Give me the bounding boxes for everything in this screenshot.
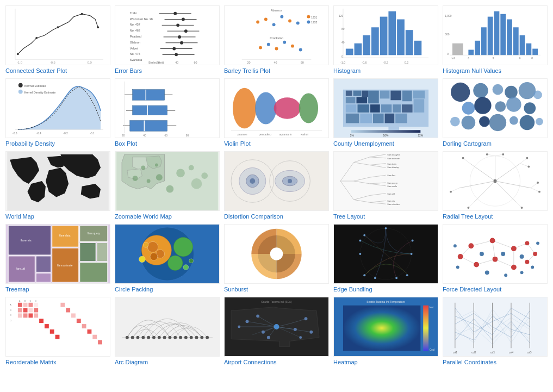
label-radial-tree[interactable]: Radial Tree Layout: [443, 213, 548, 220]
label-violin[interactable]: Violin Plot: [224, 140, 329, 147]
item-county-unemployment[interactable]: 2% 10% 22% County Unemployment: [333, 78, 438, 147]
label-treemap[interactable]: Treemap: [5, 286, 110, 293]
label-heatmap[interactable]: Heatmap: [333, 359, 438, 365]
thumb-heatmap: Seattle-Tacoma Intl Temperature: [333, 297, 438, 357]
svg-point-54: [259, 46, 262, 49]
svg-point-326: [511, 246, 517, 251]
item-reorderable-matrix[interactable]: A B C D A B C D Reorderable Matrix: [5, 297, 110, 365]
svg-point-260: [486, 153, 488, 155]
label-sunburst[interactable]: Sunburst: [224, 286, 329, 293]
svg-rect-155: [346, 104, 357, 113]
svg-point-210: [288, 179, 292, 183]
item-radial-tree[interactable]: Radial Tree Layout: [443, 151, 548, 220]
label-airport-connections[interactable]: Airport Connections: [224, 359, 329, 365]
item-arc-diagram[interactable]: Arc Diagram: [115, 297, 220, 365]
label-county-unemployment[interactable]: County Unemployment: [333, 140, 438, 147]
item-dorling[interactable]: Dorling Cartogram: [443, 78, 548, 147]
svg-text:pearson: pearson: [238, 133, 247, 136]
item-force-directed[interactable]: Force Directed Layout: [443, 224, 548, 293]
svg-text:Kernel Density Estimate: Kernel Density Estimate: [24, 91, 56, 94]
item-treemap[interactable]: flare.vis flare.util flare.data flare.an…: [5, 224, 110, 293]
svg-rect-413: [444, 297, 546, 356]
item-connected-scatter[interactable]: -1.0 -0.5 0.0 Connected Scatter Plot: [5, 5, 110, 74]
svg-rect-278: [80, 242, 96, 261]
label-prob-density[interactable]: Probability Density: [5, 140, 110, 147]
item-prob-density[interactable]: Normal Estimate Kernel Density Estimate …: [5, 78, 110, 147]
label-distortion[interactable]: Distortion Comparison: [224, 213, 329, 220]
label-box-plot[interactable]: Box Plot: [115, 140, 220, 147]
svg-text:flare.analytics: flare.analytics: [387, 153, 400, 156]
label-error-bars[interactable]: Error Bars: [115, 67, 220, 74]
svg-point-339: [520, 271, 524, 274]
svg-text:pescadero: pescadero: [259, 133, 271, 136]
svg-point-24: [182, 18, 185, 21]
svg-rect-92: [507, 20, 512, 55]
label-circle-packing[interactable]: Circle Packing: [115, 286, 220, 293]
svg-text:Crookston: Crookston: [270, 36, 283, 40]
label-world-map[interactable]: World Map: [5, 213, 110, 220]
label-parallel-coordinates[interactable]: Parallel Coordinates: [443, 359, 548, 365]
item-sunburst[interactable]: Sunburst: [224, 224, 329, 293]
svg-text:aquamarin: aquamarin: [279, 133, 291, 136]
svg-text:120: 120: [339, 15, 343, 17]
svg-text:B: B: [24, 300, 26, 302]
svg-point-26: [176, 23, 179, 27]
svg-text:22%: 22%: [418, 134, 423, 137]
svg-text:20: 20: [122, 134, 125, 137]
label-histogram-null[interactable]: Histogram Null Values: [443, 67, 548, 74]
svg-point-1: [17, 53, 19, 55]
svg-rect-150: [368, 91, 379, 104]
label-dorling[interactable]: Dorling Cartogram: [443, 140, 548, 147]
label-barley-trellis[interactable]: Barley Trellis Plot: [224, 67, 329, 74]
label-zoomable-world[interactable]: Zoomable World Map: [115, 213, 220, 220]
item-zoomable-world[interactable]: Zoomable World Map: [115, 151, 220, 220]
item-error-bars[interactable]: Trebi Wisconsin No. 38 No. 457 No. 462 P…: [115, 5, 220, 74]
item-tree-layout[interactable]: flare.analytics flare.animate flare.data…: [333, 151, 438, 220]
svg-rect-93: [513, 27, 519, 55]
svg-rect-94: [520, 35, 525, 55]
svg-text:-0.5: -0.5: [50, 61, 56, 64]
label-connected-scatter[interactable]: Connected Scatter Plot: [5, 67, 110, 74]
svg-point-30: [178, 35, 181, 39]
label-histogram[interactable]: Histogram: [333, 67, 438, 74]
item-airport-connections[interactable]: Seattle-Tacoma Intl (SEA): [224, 297, 329, 365]
label-tree-layout[interactable]: Tree Layout: [333, 213, 438, 220]
item-parallel-coordinates[interactable]: col1 col2 col3 col4 col5 Parallel Coordi…: [443, 297, 548, 365]
svg-text:0: 0: [341, 55, 343, 58]
item-world-map[interactable]: World Map: [5, 151, 110, 220]
svg-point-109: [18, 90, 23, 94]
thumb-edge-bundling: [333, 224, 438, 284]
svg-text:Trebi: Trebi: [130, 11, 136, 15]
svg-text:flare.vis: flare.vis: [20, 239, 31, 242]
svg-rect-153: [402, 91, 412, 102]
svg-rect-355: [29, 313, 33, 318]
svg-point-179: [474, 97, 491, 114]
item-barley-trellis[interactable]: Absence 1931 1932 Crookston: [224, 5, 329, 74]
svg-text:flare.animate: flare.animate: [57, 264, 73, 267]
item-violin[interactable]: pearson pescadero aquamarin walnut Violi…: [224, 78, 329, 147]
svg-text:10%: 10%: [383, 134, 389, 137]
svg-text:walnut: walnut: [301, 133, 309, 136]
svg-rect-162: [346, 114, 359, 123]
svg-rect-148: [346, 97, 356, 103]
item-histogram-null[interactable]: null 0 3 6 8 0 600 1,000 Histogram Null …: [443, 5, 548, 74]
item-histogram[interactable]: -1.0 -0.6 -0.2 0.2 0 40 80 120 Histogram: [333, 5, 438, 74]
gallery: -1.0 -0.5 0.0 Connected Scatter Plot Tre…: [5, 5, 548, 365]
item-heatmap[interactable]: Seattle-Tacoma Intl Temperature: [333, 297, 438, 365]
item-box-plot[interactable]: 20 40 60 80 Box Plot: [115, 78, 220, 147]
svg-rect-85: [452, 43, 463, 55]
label-reorderable-matrix[interactable]: Reorderable Matrix: [5, 359, 110, 365]
item-circle-packing[interactable]: Circle Packing: [115, 224, 220, 293]
thumb-reorderable-matrix: A B C D A B C D: [5, 297, 110, 357]
item-distortion[interactable]: Distortion Comparison: [224, 151, 329, 220]
svg-point-137: [274, 97, 301, 119]
label-arc-diagram[interactable]: Arc Diagram: [115, 359, 220, 365]
svg-point-406: [299, 336, 302, 339]
svg-point-186: [489, 114, 506, 131]
thumb-zoomable-world: [115, 151, 220, 211]
label-edge-bundling[interactable]: Edge Bundling: [333, 286, 438, 293]
svg-point-383: [147, 336, 150, 339]
label-force-directed[interactable]: Force Directed Layout: [443, 286, 548, 293]
item-edge-bundling[interactable]: Edge Bundling: [333, 224, 438, 293]
svg-text:-0.2: -0.2: [383, 61, 388, 64]
